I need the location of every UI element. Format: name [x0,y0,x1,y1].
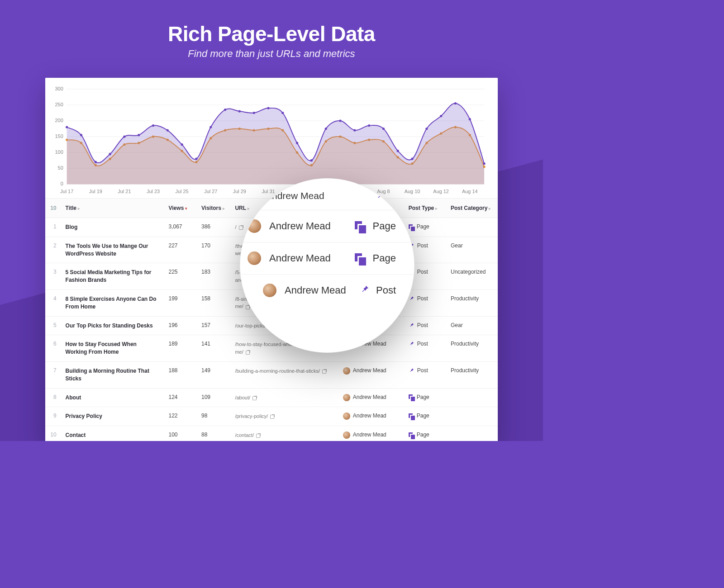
hero-subtitle: Find more than just URLs and metrics [0,48,543,60]
row-views: 227 [164,237,197,263]
avatar [343,394,350,401]
mag-row: Andrew MeadPost [240,275,414,306]
table-row[interactable]: 6How to Stay Focused When Working From H… [45,335,498,362]
svg-text:0: 0 [61,181,63,186]
svg-point-83 [411,158,413,160]
row-url[interactable]: /privacy-policy/ [230,407,338,426]
external-link-icon[interactable] [252,396,257,400]
svg-point-60 [80,134,82,136]
col-title[interactable]: Title▸ [61,199,164,218]
svg-text:Jul 27: Jul 27 [204,189,217,194]
row-category [446,407,498,426]
avatar [263,284,276,297]
row-visitors: 141 [197,335,230,362]
row-index: 8 [45,388,61,407]
page-icon [409,432,414,438]
hero-title: Rich Page-Level Data [0,22,543,46]
table-row[interactable]: 9Privacy Policy12298/privacy-policy/ And… [45,407,498,426]
row-visitors: 158 [197,289,230,316]
svg-point-65 [152,124,154,127]
row-title[interactable]: Contact [61,426,164,441]
svg-point-70 [224,109,226,111]
svg-point-63 [123,136,125,138]
row-url[interactable]: /about/ [230,388,338,407]
svg-text:200: 200 [55,118,63,123]
row-type: Page [404,218,446,237]
pin-icon [409,341,414,348]
svg-point-67 [181,143,183,146]
col-views[interactable]: Views▾ [164,199,197,218]
table-row[interactable]: 10Contact10088/contact/ Andrew MeadPage [45,426,498,441]
row-author[interactable]: Andrew Mead [338,426,404,441]
svg-text:Jul 25: Jul 25 [176,189,189,194]
row-title[interactable]: About [61,388,164,407]
row-title[interactable]: The Tools We Use to Mange Our WordPress … [61,237,164,263]
svg-text:Aug 10: Aug 10 [405,189,420,194]
row-url[interactable]: /contact/ [230,426,338,441]
svg-text:50: 50 [58,165,63,171]
avatar [248,251,261,265]
row-views: 199 [164,289,197,316]
col-category[interactable]: Post Category▸ [446,199,498,218]
row-type: Post [404,361,446,388]
row-author[interactable]: Andrew Mead [338,388,404,407]
row-type: Page [404,388,446,407]
external-link-icon[interactable] [256,433,261,438]
svg-text:300: 300 [55,86,63,91]
hero: Rich Page-Level Data Find more than just… [0,0,543,60]
pin-icon [360,284,376,297]
external-link-icon[interactable] [239,225,243,230]
row-url[interactable]: /building-a-morning-routine-that-sticks/ [230,361,338,388]
page-icon [355,253,365,263]
mag-type: Page [373,220,396,232]
row-views: 188 [164,361,197,388]
row-title[interactable]: Our Top Picks for Standing Desks [61,316,164,335]
row-author[interactable]: Andrew Mead [338,361,404,388]
row-author[interactable]: Andrew Mead [338,407,404,426]
svg-point-80 [368,124,370,127]
row-visitors: 170 [197,237,230,263]
row-title[interactable]: 8 Simple Exercises Anyone Can Do From Ho… [61,289,164,316]
col-index[interactable]: 10 [45,199,61,218]
svg-point-76 [310,159,313,161]
row-index: 1 [45,218,61,237]
external-link-icon[interactable] [270,414,275,419]
table-row[interactable]: 8About124109/about/ Andrew MeadPage [45,388,498,407]
row-title[interactable]: Blog [61,218,164,237]
pin-icon [409,367,414,375]
svg-text:150: 150 [55,133,63,139]
row-index: 3 [45,263,61,290]
svg-text:Aug 14: Aug 14 [462,189,478,194]
row-type: Post [404,335,446,362]
svg-text:Aug 12: Aug 12 [433,189,449,194]
row-title[interactable]: Building a Morning Routine That Sticks [61,361,164,388]
svg-text:250: 250 [55,102,63,107]
pin-icon [409,322,414,329]
svg-text:100: 100 [55,149,63,155]
table-row[interactable]: 7Building a Morning Routine That Sticks1… [45,361,498,388]
col-visitors[interactable]: Visitors▸ [197,199,230,218]
row-visitors: 149 [197,361,230,388]
row-index: 9 [45,407,61,426]
row-title[interactable]: Privacy Policy [61,407,164,426]
row-index: 2 [45,237,61,263]
svg-point-86 [454,102,457,104]
mag-type: Page [373,252,396,264]
row-title[interactable]: How to Stay Focused When Working From Ho… [61,335,164,362]
svg-text:Jul 17: Jul 17 [60,189,73,194]
row-views: 100 [164,426,197,441]
row-category: Productivity [446,361,498,388]
row-title[interactable]: 5 Social Media Marketing Tips for Fashio… [61,263,164,290]
row-category [446,388,498,407]
row-category: Uncategorized [446,263,498,290]
mag-row: Andrew MeadPage [240,242,414,275]
svg-text:Jul 21: Jul 21 [118,189,131,194]
external-link-icon[interactable] [322,369,327,374]
magnifier-lens: Andrew Mead Andrew MeadPageAndrew MeadPa… [240,178,414,353]
col-type[interactable]: Post Type▸ [404,199,446,218]
external-link-icon[interactable] [246,350,250,355]
row-category: Gear [446,237,498,263]
row-visitors: 88 [197,426,230,441]
svg-point-87 [469,118,471,120]
row-views: 225 [164,263,197,290]
